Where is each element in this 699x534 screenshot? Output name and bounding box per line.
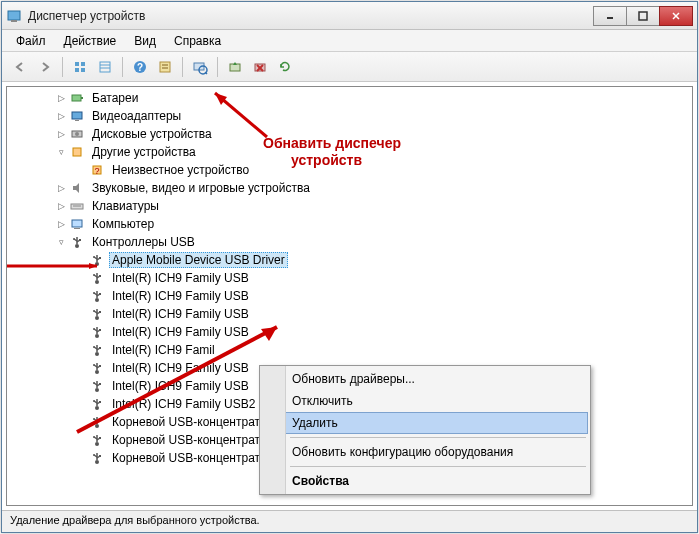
refresh-icon[interactable] xyxy=(273,55,297,79)
svg-point-114 xyxy=(93,454,95,456)
svg-rect-115 xyxy=(99,455,101,457)
toolbar: ? xyxy=(2,52,697,82)
details-icon[interactable] xyxy=(93,55,117,79)
back-button[interactable] xyxy=(8,55,32,79)
status-bar: Удаление драйвера для выбранного устройс… xyxy=(2,510,697,532)
menu-view[interactable]: Вид xyxy=(126,32,164,50)
context-uninstall[interactable]: Удалить xyxy=(262,412,588,434)
tree-node-label[interactable]: Intel(R) ICH9 Family USB xyxy=(109,288,252,304)
tree-node-label[interactable]: Неизвестное устройство xyxy=(109,162,252,178)
expander-icon xyxy=(75,452,87,464)
usb-icon xyxy=(89,450,105,466)
tree-node-label[interactable]: Другие устройства xyxy=(89,144,199,160)
forward-button[interactable] xyxy=(33,55,57,79)
help-icon[interactable]: ? xyxy=(128,55,152,79)
properties-icon[interactable] xyxy=(153,55,177,79)
svg-rect-55 xyxy=(99,275,101,277)
expander-icon[interactable]: ▷ xyxy=(55,200,67,212)
svg-point-42 xyxy=(73,238,75,240)
computer-icon xyxy=(69,216,85,232)
toolbar-separator xyxy=(182,57,183,77)
context-scan-hardware[interactable]: Обновить конфигурацию оборудования xyxy=(262,441,588,463)
svg-rect-49 xyxy=(99,257,101,259)
update-driver-icon[interactable] xyxy=(223,55,247,79)
expander-icon[interactable]: ▷ xyxy=(55,92,67,104)
svg-rect-37 xyxy=(74,228,80,229)
svg-rect-1 xyxy=(11,20,17,22)
svg-rect-21 xyxy=(230,64,240,71)
expander-icon xyxy=(75,290,87,302)
menu-help[interactable]: Справка xyxy=(166,32,229,50)
svg-point-30 xyxy=(75,132,79,136)
svg-rect-67 xyxy=(99,311,101,313)
expander-icon[interactable]: ▿ xyxy=(55,236,67,248)
tree-node-label[interactable]: Корневой USB-концентратор xyxy=(109,450,276,466)
tree-node[interactable]: ▷Клавиатуры xyxy=(11,197,692,215)
tree-node[interactable]: Apple Mobile Device USB Driver xyxy=(11,251,692,269)
expander-icon xyxy=(75,272,87,284)
svg-point-38 xyxy=(75,244,79,248)
menu-action[interactable]: Действие xyxy=(56,32,125,50)
tree-node-label[interactable]: Apple Mobile Device USB Driver xyxy=(109,252,288,268)
svg-point-56 xyxy=(95,298,99,302)
svg-rect-61 xyxy=(99,293,101,295)
close-button[interactable] xyxy=(659,6,693,26)
expander-icon[interactable]: ▷ xyxy=(55,182,67,194)
unknown-icon: ? xyxy=(89,162,105,178)
tree-node[interactable]: Intel(R) ICH9 Family USB xyxy=(11,269,692,287)
keyboard-icon xyxy=(69,198,85,214)
device-tree[interactable]: ▷Батареи▷Видеоадаптеры▷Дисковые устройст… xyxy=(6,86,693,506)
expander-icon[interactable]: ▷ xyxy=(55,110,67,122)
annotation-arrow-selected xyxy=(7,263,105,269)
disk-icon xyxy=(69,126,85,142)
context-disable[interactable]: Отключить xyxy=(262,390,588,412)
expander-icon[interactable]: ▷ xyxy=(55,128,67,140)
tree-node[interactable]: ▷Видеоадаптеры xyxy=(11,107,692,125)
tree-node[interactable]: ▷Батареи xyxy=(11,89,692,107)
grid-icon[interactable] xyxy=(68,55,92,79)
tree-node[interactable]: Intel(R) ICH9 Family USB xyxy=(11,287,692,305)
minimize-button[interactable] xyxy=(593,6,627,26)
svg-point-54 xyxy=(93,274,95,276)
svg-rect-15 xyxy=(160,62,170,72)
annotation-arrow-top xyxy=(157,87,277,143)
tree-node-label[interactable]: Звуковые, видео и игровые устройства xyxy=(89,180,313,196)
tree-node[interactable]: ▷Компьютер xyxy=(11,215,692,233)
svg-rect-43 xyxy=(79,239,81,241)
svg-rect-25 xyxy=(72,95,81,101)
tree-node-label[interactable]: Батареи xyxy=(89,90,141,106)
svg-rect-27 xyxy=(72,112,82,119)
usb-icon xyxy=(89,270,105,286)
toolbar-separator xyxy=(217,57,218,77)
tree-node-label[interactable]: Клавиатуры xyxy=(89,198,162,214)
svg-line-120 xyxy=(77,327,277,432)
context-update-drivers[interactable]: Обновить драйверы... xyxy=(262,368,588,390)
titlebar: Диспетчер устройств xyxy=(2,2,697,30)
context-properties[interactable]: Свойства xyxy=(262,470,588,492)
tree-node[interactable]: ▷Звуковые, видео и игровые устройства xyxy=(11,179,692,197)
svg-rect-0 xyxy=(8,11,20,20)
svg-rect-3 xyxy=(639,12,647,20)
battery-icon xyxy=(69,90,85,106)
expander-icon[interactable]: ▿ xyxy=(55,146,67,158)
tree-node-label[interactable]: Компьютер xyxy=(89,216,157,232)
maximize-button[interactable] xyxy=(626,6,660,26)
uninstall-icon[interactable] xyxy=(248,55,272,79)
svg-point-66 xyxy=(93,310,95,312)
annotation-text: Обнавить диспечер устройств xyxy=(263,135,401,169)
tree-node-label[interactable]: Контроллеры USB xyxy=(89,234,198,250)
menu-file[interactable]: Файл xyxy=(8,32,54,50)
tree-node[interactable]: ▿Контроллеры USB xyxy=(11,233,692,251)
scan-hardware-icon[interactable] xyxy=(188,55,212,79)
display-icon xyxy=(69,108,85,124)
expander-icon[interactable]: ▷ xyxy=(55,218,67,230)
svg-rect-28 xyxy=(75,120,79,121)
status-text: Удаление драйвера для выбранного устройс… xyxy=(10,514,260,526)
svg-point-60 xyxy=(93,292,95,294)
context-separator xyxy=(290,466,586,467)
toolbar-separator xyxy=(122,57,123,77)
svg-rect-8 xyxy=(75,68,79,72)
svg-marker-119 xyxy=(89,263,97,269)
tree-node-label[interactable]: Intel(R) ICH9 Family USB xyxy=(109,270,252,286)
svg-rect-7 xyxy=(81,62,85,66)
